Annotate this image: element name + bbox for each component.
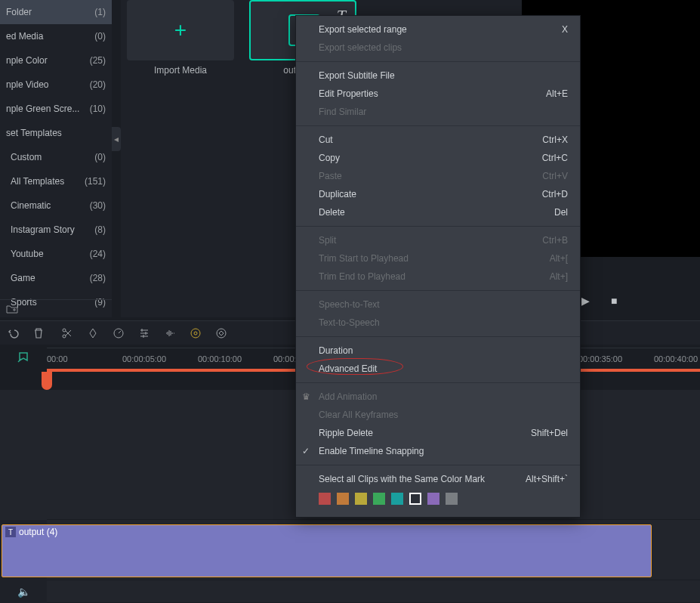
menu-item[interactable]: Ripple DeleteShift+Del [296,424,580,442]
ruler-timestamp: 00:00 [47,354,68,363]
menu-item-label: Split [319,235,336,246]
stop-button[interactable]: ■ [611,295,617,307]
import-media-tile[interactable]: + Import Media [127,0,234,76]
sidebar-item[interactable]: Cinematic(30) [0,193,112,218]
speed-icon[interactable] [112,326,125,340]
sidebar-item[interactable]: Youtube(24) [0,242,112,266]
menu-item[interactable]: CutCtrl+X [296,131,580,149]
menu-item-label: Clear All Keyframes [319,410,398,420]
sidebar-item-count: (0) [94,152,106,162]
menu-shortcut: Del [554,207,568,218]
sidebar-item[interactable]: nple Video(20) [0,73,112,97]
sidebar-item-label: All Templates [11,176,64,187]
sidebar-item-label: Game [11,273,35,283]
menu-shortcut: Ctrl+X [542,135,568,145]
split-icon[interactable] [60,326,74,340]
sidebar-item[interactable]: nple Color(25) [0,48,112,73]
crown-icon: ♛ [302,391,310,402]
plus-icon: + [174,18,187,42]
menu-item-label: Enable Timeline Snapping [319,446,424,456]
color-swatch[interactable] [409,493,421,505]
color-swatch[interactable] [355,493,367,505]
sidebar-item[interactable]: Folder(1) [0,0,112,24]
menu-item-label: Duplicate [319,189,356,199]
menu-item[interactable]: CopyCtrl+C [296,149,580,167]
menu-item-label: Speech-to-Text [319,299,380,310]
sidebar-item[interactable]: Game(28) [0,266,112,290]
menu-item-label: Copy [319,153,340,163]
menu-shortcut: Alt+] [550,271,568,282]
menu-item: Trim Start to PlayheadAlt+[ [296,249,580,267]
color-swatch[interactable] [446,493,458,505]
menu-item-label: Delete [319,207,345,218]
menu-item[interactable]: Advanced Edit [296,360,580,378]
sidebar-item-label: ed Media [6,31,43,42]
menu-item-label: Duration [319,345,353,356]
menu-item[interactable]: DeleteDel [296,203,580,221]
menu-item-label: Text-to-Speech [319,317,380,328]
sidebar-new-folder[interactable] [0,299,112,317]
menu-item-label: Trim Start to Playhead [319,253,409,264]
marker-column[interactable] [0,348,47,369]
menu-item[interactable]: Select all Clips with the Same Color Mar… [296,470,580,488]
color-icon[interactable] [189,326,202,340]
svg-point-3 [191,329,200,338]
color-swatch[interactable] [319,493,331,505]
menu-shortcut: Ctrl+D [542,189,568,199]
menu-item[interactable]: Edit PropertiesAlt+E [296,85,580,103]
menu-item[interactable]: Export Subtitle File [296,66,580,85]
sidebar: Folder(1)ed Media(0)nple Color(25)nple V… [0,0,112,317]
menu-item[interactable]: Duration [296,342,580,360]
sidebar-item-count: (151) [85,176,106,187]
menu-item-label: Ripple Delete [319,428,373,438]
clip-title-badge: T [5,527,16,537]
sidebar-item-label: Instagram Story [11,224,75,235]
menu-shortcut: Ctrl+V [542,171,568,181]
color-swatch[interactable] [427,493,439,505]
track-audio[interactable] [47,580,700,603]
undo-icon[interactable] [6,326,20,340]
menu-item: Speech-to-Text [296,295,580,314]
color-swatch[interactable] [391,493,403,505]
svg-point-1 [63,335,66,338]
menu-item[interactable]: Export selected rangeX [296,20,580,39]
playhead[interactable] [42,372,52,390]
menu-item: Trim End to PlayheadAlt+] [296,267,580,286]
sidebar-item-count: (10) [90,104,106,114]
color-swatch[interactable] [337,493,349,505]
sidebar-item[interactable]: All Templates(151) [0,169,112,193]
play-button[interactable]: ▶ [581,295,590,307]
sidebar-item[interactable]: set Templates [0,121,112,145]
check-icon: ✓ [302,446,310,456]
menu-item[interactable]: DuplicateCtrl+D [296,185,580,203]
menu-item-label: Advanced Edit [319,363,377,374]
menu-item: SplitCtrl+B [296,231,580,249]
audio-icon[interactable] [163,326,177,340]
sidebar-item-label: nple Video [6,79,49,90]
sidebar-item-label: Cinematic [11,200,51,211]
menu-shortcut: Alt+[ [550,253,568,264]
sidebar-item[interactable]: ed Media(0) [0,24,112,48]
mute-icon-2[interactable]: 🔈 [17,586,30,598]
ruler-timestamp: 00:00:10:00 [198,354,242,363]
menu-item[interactable]: ✓Enable Timeline Snapping [296,442,580,460]
sidebar-item-label: Youtube [11,249,44,259]
keyframe-icon[interactable] [214,326,228,340]
sidebar-item[interactable]: Instagram Story(8) [0,218,112,242]
menu-item-label: Select all Clips with the Same Color Mar… [319,474,485,484]
sidebar-item[interactable]: Custom(0) [0,145,112,169]
delete-icon[interactable] [32,326,45,340]
adjust-icon[interactable] [137,326,151,340]
color-swatch[interactable] [373,493,385,505]
sidebar-item-count: (24) [90,249,106,259]
svg-point-0 [63,329,66,332]
sidebar-collapse-handle[interactable]: ◂ [112,127,121,151]
crop-icon[interactable] [86,326,100,340]
track-head-audio[interactable]: 🔈 [0,580,47,603]
sidebar-item[interactable]: nple Green Scre...(10) [0,97,112,121]
menu-item-label: Add Animation [319,391,377,402]
timeline-clip[interactable]: T output (4) [2,524,652,577]
menu-shortcut: Ctrl+B [542,235,568,246]
sidebar-item-count: (25) [90,55,106,66]
clip-label: T output (4) [5,527,57,537]
